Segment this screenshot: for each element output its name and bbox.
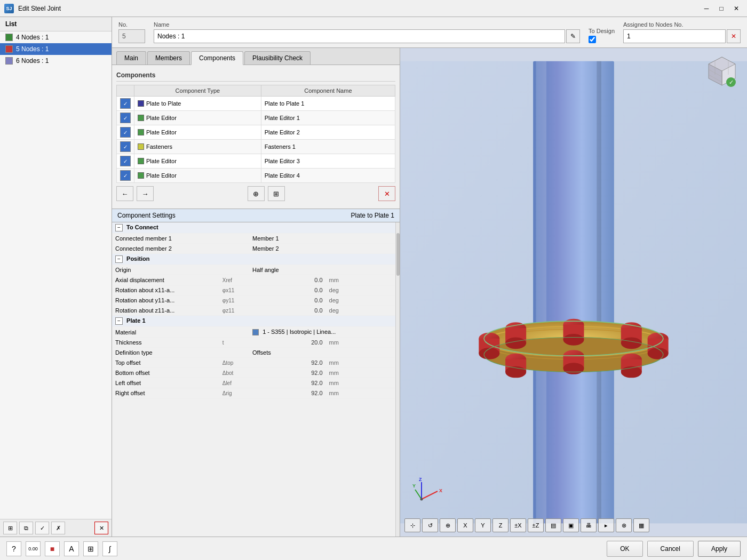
check-box: ✓ — [120, 156, 131, 166]
name-input[interactable] — [154, 29, 565, 43]
view-negz-button[interactable]: ±Z — [528, 518, 544, 532]
apply-button[interactable]: Apply — [698, 541, 741, 557]
tabs-bar: MainMembersComponentsPlausibility Check — [112, 48, 400, 65]
row-checkbox[interactable]: ✓ — [117, 111, 134, 125]
add-component-button[interactable]: ⊕ — [248, 186, 265, 201]
material-button[interactable]: ■ — [45, 541, 60, 556]
profile-button[interactable]: ⊞ — [83, 541, 98, 556]
box-view-button[interactable]: ▣ — [563, 518, 579, 532]
viewport: ✓ X Y Z — [400, 48, 747, 537]
assigned-input[interactable] — [623, 29, 726, 43]
row-checkbox[interactable]: ✓ — [117, 140, 134, 154]
print-vp-button[interactable]: 🖶 — [581, 518, 597, 532]
display-vp-button[interactable]: ▦ — [633, 518, 649, 532]
move-down-button[interactable]: → — [137, 186, 154, 201]
type-cell: Plate to Plate — [138, 100, 258, 107]
layers-button[interactable]: ▤ — [545, 518, 561, 532]
type-label: Plate to Plate — [146, 100, 181, 107]
list-item[interactable]: 6 Nodes : 1 — [0, 55, 112, 67]
type-label: Plate Editor — [146, 115, 177, 121]
row-value[interactable]: 0.0 — [249, 285, 326, 295]
arrow-vp-button[interactable]: ▸ — [598, 518, 614, 532]
list-item-label: 5 Nodes : 1 — [16, 45, 49, 53]
select-vp-button[interactable]: ⊹ — [404, 518, 420, 532]
3d-scene: ✓ X Y Z — [400, 48, 747, 537]
settings-row: Bottom offset Δbot 92.0 mm — [112, 368, 395, 378]
row-value[interactable]: 0.0 — [249, 275, 326, 285]
group-header[interactable]: − To Connect — [112, 222, 395, 234]
uncheck-joint-button[interactable]: ✗ — [51, 522, 65, 534]
view-negx-button[interactable]: ±X — [510, 518, 526, 532]
delete-joint-button[interactable]: ✕ — [94, 522, 108, 534]
list-item[interactable]: 4 Nodes : 1 — [0, 31, 112, 43]
copy-joint-button[interactable]: ⧉ — [19, 522, 33, 534]
move-up-button[interactable]: ← — [116, 186, 133, 201]
row-value[interactable]: 0.0 — [249, 295, 326, 306]
tab-plausibility[interactable]: Plausibility Check — [244, 51, 311, 65]
vertical-scrollbar[interactable] — [395, 222, 400, 537]
view-z-button[interactable]: Z — [492, 518, 508, 532]
reset-vp-button[interactable]: ⊗ — [616, 518, 632, 532]
tab-members[interactable]: Members — [147, 51, 190, 65]
row-checkbox[interactable]: ✓ — [117, 125, 134, 140]
view-x-button[interactable]: X — [457, 518, 473, 532]
row-value[interactable]: 0.0 — [249, 306, 326, 316]
view-y-button[interactable]: Y — [475, 518, 491, 532]
group-header[interactable]: − Position — [112, 254, 395, 265]
formula-button[interactable]: ∫ — [102, 541, 117, 556]
to-design-checkbox-row — [589, 36, 615, 43]
settings-row: Material 1 - S355 | Isotropic | Linea... — [112, 327, 395, 338]
row-checkbox[interactable]: ✓ — [117, 154, 134, 169]
window-title: Edit Steel Joint — [18, 5, 696, 12]
close-button[interactable]: ✕ — [730, 3, 743, 14]
left-panel: List 4 Nodes : 1 5 Nodes : 1 6 Nodes : 1… — [0, 17, 112, 537]
row-checkbox[interactable]: ✓ — [117, 97, 134, 111]
check-joint-button[interactable]: ✓ — [35, 522, 49, 534]
scrollbar-thumb[interactable] — [396, 233, 400, 276]
table-row[interactable]: ✓ Plate Editor Plate Editor 3 — [117, 154, 395, 169]
cube-navigator[interactable]: ✓ — [703, 54, 741, 92]
row-value[interactable]: 92.0 — [249, 368, 326, 378]
import-component-button[interactable]: ⊞ — [268, 186, 285, 201]
rotate-vp-button[interactable]: ↺ — [422, 518, 438, 532]
assigned-input-group: ✕ — [623, 29, 741, 43]
row-value[interactable]: 92.0 — [249, 378, 326, 388]
assigned-clear-button[interactable]: ✕ — [727, 29, 741, 43]
table-row[interactable]: ✓ Plate Editor Plate Editor 2 — [117, 125, 395, 140]
settings-scroll-area: − To Connect Connected member 1 Member 1… — [112, 222, 400, 537]
table-row[interactable]: ✓ Fasteners Fasteners 1 — [117, 140, 395, 154]
row-symbol: t — [219, 338, 249, 348]
collapse-button[interactable]: − — [115, 317, 123, 325]
collapse-button[interactable]: − — [115, 224, 123, 231]
row-value[interactable]: 20.0 — [249, 338, 326, 348]
units-button[interactable]: 0.00 — [26, 541, 41, 556]
section-button[interactable]: A — [64, 541, 79, 556]
table-row[interactable]: ✓ Plate Editor Plate Editor 1 — [117, 111, 395, 125]
list-item[interactable]: 5 Nodes : 1 — [0, 43, 112, 55]
table-row[interactable]: ✓ Plate Editor Plate Editor 4 — [117, 169, 395, 183]
svg-point-23 — [479, 348, 499, 359]
ok-button[interactable]: OK — [607, 541, 642, 557]
no-group: No. — [118, 21, 145, 43]
new-joint-button[interactable]: ⊞ — [3, 522, 17, 534]
check-box: ✓ — [120, 98, 131, 109]
to-design-checkbox[interactable] — [589, 36, 596, 43]
tab-main[interactable]: Main — [116, 51, 146, 65]
tab-components[interactable]: Components — [191, 51, 243, 65]
help-button[interactable]: ? — [6, 541, 21, 556]
maximize-button[interactable]: □ — [715, 3, 728, 14]
minimize-button[interactable]: ─ — [700, 3, 713, 14]
row-value[interactable]: 92.0 — [249, 388, 326, 398]
zoom-vp-button[interactable]: ⊕ — [440, 518, 456, 532]
table-row[interactable]: ✓ Plate to Plate Plate to Plate 1 — [117, 97, 395, 111]
collapse-button[interactable]: − — [115, 255, 123, 263]
settings-header: Component Settings Plate to Plate 1 — [112, 209, 400, 222]
delete-component-button[interactable]: ✕ — [378, 186, 395, 201]
row-value[interactable]: 92.0 — [249, 358, 326, 368]
name-edit-button[interactable]: ✎ — [566, 29, 580, 43]
cancel-button[interactable]: Cancel — [647, 541, 694, 557]
settings-row: Top offset Δtop 92.0 mm — [112, 358, 395, 368]
row-symbol — [219, 348, 249, 358]
row-checkbox[interactable]: ✓ — [117, 169, 134, 183]
group-header[interactable]: − Plate 1 — [112, 316, 395, 327]
